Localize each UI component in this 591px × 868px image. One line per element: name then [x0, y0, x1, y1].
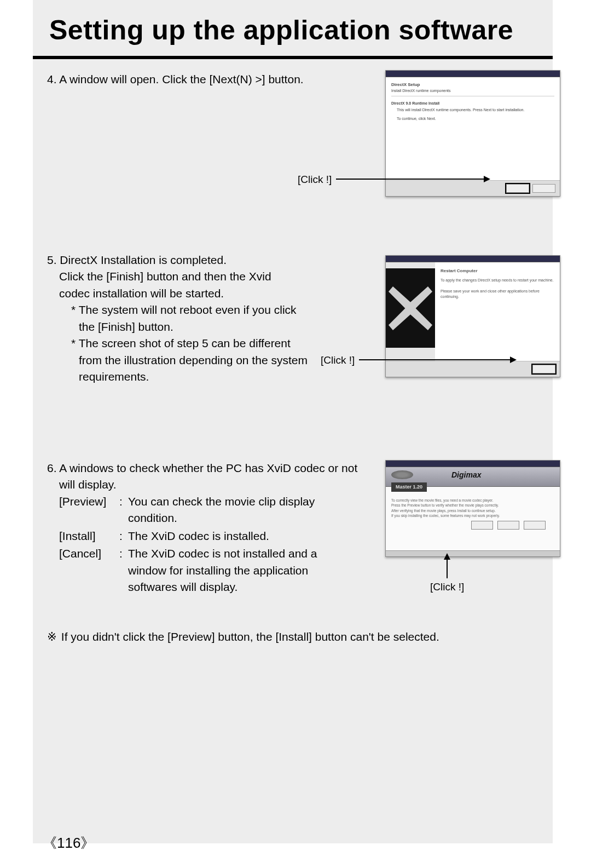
step-4-click-label: [Click !]	[298, 172, 332, 187]
step-5: 5. DirectX Installation is completed. Cl…	[47, 252, 553, 394]
step-6: 6. A windows to check whether the PC has…	[47, 460, 553, 602]
step-6-cancel-term: [Cancel]	[59, 545, 119, 595]
footnote: ※ If you didn't click the [Preview] butt…	[47, 629, 553, 645]
step-5-line1: DirectX Installation is completed.	[60, 254, 227, 266]
fig4-cancel-button	[532, 184, 555, 193]
step-4-screenshot: DirectX Setup Install DirectX runtime co…	[385, 70, 560, 197]
step-4: 4. A window will open. Click the [Next(N…	[47, 71, 553, 203]
step-5-note1b: the [Finish] button.	[47, 319, 354, 335]
step-5-note2c: requirements.	[47, 369, 354, 385]
fig6-logo-icon	[391, 470, 413, 479]
fig6-sub: Master 1.20	[391, 482, 427, 492]
fig4-sub: Install DirectX runtime components	[391, 88, 554, 94]
step-4-arrow	[336, 179, 489, 180]
fig5-line1: To apply the changes DirectX setup needs…	[441, 278, 555, 283]
step-6-click-label: [Click !]	[430, 579, 464, 595]
step-6-cancel-desc: The XviD codec is not installed and a wi…	[128, 545, 347, 595]
fig6-body4: If you skip installing the codec, some f…	[391, 513, 554, 518]
fig6-body2: Press the Preview button to verify wheth…	[391, 503, 554, 508]
fig6-preview-button	[471, 521, 493, 530]
step-6-intro1: A windows to check whether the PC has Xv…	[59, 462, 357, 474]
fig6-body3: After verifying that the movie plays, pr…	[391, 508, 554, 513]
fig4-line1: This will install DirectX runtime compon…	[397, 107, 554, 113]
page-number: 《116》	[43, 833, 95, 853]
step-6-screenshot: Digimax Master 1.20 To correctly view th…	[385, 460, 560, 557]
fig4-next-button	[506, 184, 529, 193]
step-4-number: 4.	[47, 73, 57, 85]
step-5-click-label: [Click !]	[321, 353, 355, 368]
step-6-preview-desc: You can check the movie clip display con…	[128, 493, 347, 527]
step-6-install-desc: The XviD codec is installed.	[128, 528, 347, 544]
fig4-heading: DirectX Setup	[391, 82, 554, 88]
step-6-number: 6.	[47, 462, 57, 474]
fig5-heading: Restart Computer	[441, 268, 555, 274]
fig6-install-button	[497, 521, 519, 530]
fig6-brand: Digimax	[451, 470, 481, 479]
fig4-section: DirectX 9.0 Runtime Install	[391, 101, 554, 106]
svg-marker-0	[389, 286, 432, 330]
step-6-preview-term: [Preview]	[59, 493, 119, 527]
fig4-line2: To continue, click Next.	[397, 116, 554, 122]
footnote-text: If you didn't click the [Preview] button…	[61, 630, 439, 643]
page-title: Setting up the application software	[33, 0, 553, 59]
step-5-note2a: * The screen shot of step 5 can be diffe…	[47, 335, 354, 352]
step-5-line2: Click the [Finish] button and then the X…	[47, 268, 354, 285]
fig6-cancel-button	[524, 521, 546, 530]
step-4-text: A window will open. Click the [Next(N) >…	[59, 73, 303, 85]
fig5-line2: Please save your work and close other ap…	[441, 289, 555, 300]
fig5-finish-button	[532, 365, 555, 373]
step-5-note2b: from the illustration depending on the s…	[47, 352, 354, 369]
step-5-arrow	[359, 359, 515, 360]
fig5-x-icon	[386, 268, 435, 348]
step-5-note1a: * The system will not reboot even if you…	[47, 302, 354, 318]
step-6-arrow	[447, 554, 448, 578]
footnote-mark: ※	[47, 629, 58, 645]
step-5-line3: codec installation will be started.	[47, 285, 354, 302]
step-6-install-term: [Install]	[59, 528, 119, 544]
step-5-number: 5.	[47, 254, 57, 266]
fig6-body1: To correctly view the movie files, you n…	[391, 498, 554, 503]
